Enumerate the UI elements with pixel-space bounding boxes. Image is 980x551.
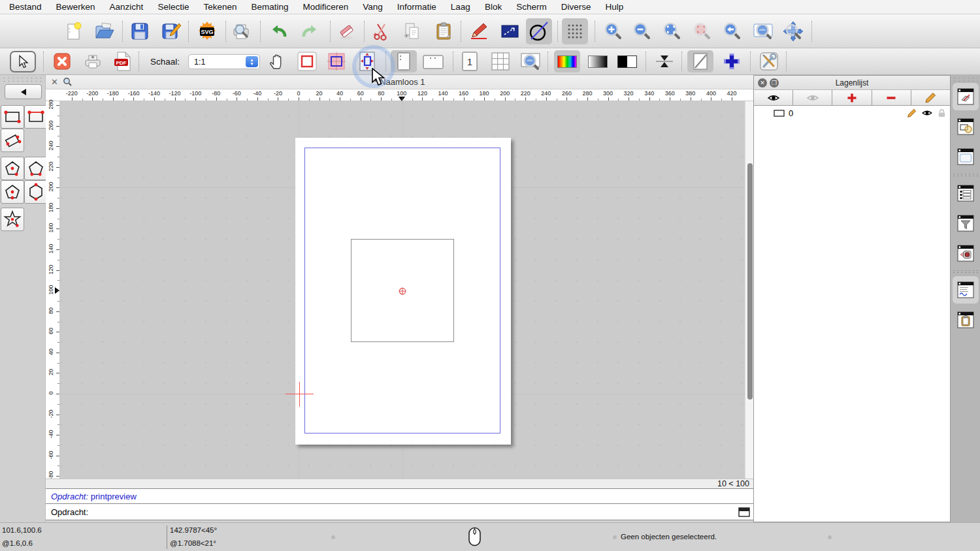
ruler-label: -80	[212, 90, 220, 97]
ellipse-tool-button[interactable]	[526, 18, 552, 44]
vertical-scrollbar[interactable]	[745, 101, 753, 479]
command-window-icon[interactable]	[738, 507, 750, 517]
redo-button[interactable]	[297, 18, 323, 44]
menu-item-modificeren[interactable]: Modificeren	[303, 2, 349, 12]
svg-export-button[interactable]: SVG	[194, 18, 220, 44]
crosshair-button[interactable]	[719, 50, 745, 72]
pdf-export-button[interactable]: PDF	[109, 50, 135, 72]
menu-item-hulp[interactable]: Hulp	[605, 2, 623, 12]
menu-item-aanzicht[interactable]: Aanzicht	[110, 2, 144, 12]
clipboard-palette-button[interactable]	[953, 306, 979, 334]
layer-pencil-icon[interactable]	[907, 108, 917, 118]
preview-icon	[230, 21, 252, 42]
menu-item-blok[interactable]: Blok	[485, 2, 502, 12]
copy-button[interactable]	[399, 18, 425, 44]
new-document-button[interactable]	[61, 18, 87, 44]
toolbar-separator	[43, 52, 44, 71]
cut-button[interactable]	[368, 18, 394, 44]
pan-view-button[interactable]	[780, 18, 806, 44]
menu-item-tekenen[interactable]: Tekenen	[203, 2, 237, 12]
sketch-mode-button[interactable]	[687, 50, 713, 72]
erase-button[interactable]	[333, 18, 359, 44]
menu-item-selectie[interactable]: Selectie	[157, 2, 189, 12]
grid-toggle-button[interactable]	[562, 18, 588, 44]
show-all-layers-button[interactable]	[754, 90, 793, 105]
blank-palette-button[interactable]	[953, 143, 979, 170]
ruler-tick	[340, 97, 340, 101]
remove-layer-button[interactable]	[872, 90, 911, 105]
menu-item-bemating[interactable]: Bemating	[251, 2, 288, 12]
vertical-scrollbar-thumb[interactable]	[747, 163, 753, 400]
add-layer-button[interactable]	[832, 90, 872, 105]
menu-item-informatie[interactable]: Informatie	[397, 2, 436, 12]
save-button[interactable]	[127, 18, 153, 44]
zoom-out-button[interactable]	[629, 18, 655, 44]
layer-lock-icon[interactable]	[938, 108, 946, 118]
filter-palette-button[interactable]	[953, 210, 979, 237]
page-preview-button[interactable]	[517, 50, 544, 72]
zoom-previous-button[interactable]	[719, 18, 745, 44]
color-mode-button[interactable]	[554, 50, 580, 72]
landscape-page-button[interactable]	[420, 50, 446, 72]
hide-layers-button[interactable]	[793, 90, 832, 105]
polygon-edge-tool[interactable]	[24, 157, 48, 180]
drawing-canvas[interactable]	[60, 101, 745, 479]
rotated-rect-tool[interactable]	[1, 129, 24, 152]
save-as-button[interactable]	[158, 18, 184, 44]
stepper-arrows-icon[interactable]: ▲▼	[246, 56, 258, 67]
settings-button[interactable]	[756, 50, 782, 72]
document-tab-title[interactable]: * Naamloos 1	[46, 77, 753, 87]
draw-line-button[interactable]	[466, 18, 492, 44]
command-input-line[interactable]: Opdracht:	[46, 503, 753, 520]
menu-item-bestand[interactable]: Bestand	[9, 2, 42, 12]
collapse-toolbox-button[interactable]	[5, 84, 42, 99]
print-preview-button[interactable]	[228, 18, 254, 44]
print-area-button[interactable]	[323, 50, 350, 72]
menu-item-laag[interactable]: Laag	[451, 2, 470, 12]
zoom-in-button[interactable]	[600, 18, 626, 44]
select-tool-button[interactable]	[10, 51, 36, 72]
projector-palette-button[interactable]	[953, 240, 979, 267]
single-page-button[interactable]: 1	[457, 50, 483, 72]
ruler-tick	[57, 280, 59, 281]
info-palette-button[interactable]	[953, 276, 979, 304]
zoom-previous-icon	[721, 21, 742, 42]
menu-item-diverse[interactable]: Diverse	[561, 2, 591, 12]
edit-layer-button[interactable]	[911, 90, 950, 105]
layers-palette-button[interactable]	[953, 83, 979, 110]
fit-to-page-button[interactable]	[354, 50, 380, 72]
toolbox-grip[interactable]	[0, 78, 45, 82]
scale-select[interactable]: 1:1 ▲▼	[188, 54, 260, 69]
horizontal-scrollbar[interactable]: 10 < 100	[46, 479, 753, 488]
zoom-selection-button[interactable]	[689, 18, 715, 44]
paste-button[interactable]	[431, 18, 457, 44]
list-palette-button[interactable]	[953, 180, 979, 207]
portrait-page-button[interactable]	[391, 50, 417, 72]
pan-hand-button[interactable]	[264, 50, 290, 72]
menu-item-scherm[interactable]: Scherm	[516, 2, 547, 12]
shapes-palette-button[interactable]	[953, 113, 979, 140]
flatten-button[interactable]	[651, 50, 678, 72]
star-tool[interactable]	[1, 208, 24, 231]
print-button[interactable]	[80, 50, 106, 72]
open-button[interactable]	[91, 18, 118, 44]
bw-mode-button[interactable]	[614, 50, 640, 72]
rect-2point-tool[interactable]	[1, 105, 24, 129]
zoom-fit-button[interactable]	[659, 18, 685, 44]
dashed-rect-button[interactable]	[497, 18, 523, 44]
menu-item-vang[interactable]: Vang	[363, 2, 383, 12]
tiled-pages-button[interactable]	[487, 50, 514, 72]
polygon-center-vertex-tool[interactable]	[1, 180, 24, 204]
menu-item-bewerken[interactable]: Bewerken	[56, 2, 95, 12]
grayscale-mode-button[interactable]	[585, 50, 611, 72]
zoom-page-button[interactable]	[750, 18, 776, 44]
layer-eye-icon[interactable]	[921, 109, 933, 117]
polygon-center-tool[interactable]	[1, 157, 24, 180]
palette-grip[interactable]	[951, 78, 980, 82]
rect-edge-tool[interactable]	[24, 105, 48, 129]
hexagon-tool[interactable]	[24, 180, 48, 204]
drawing-border-button[interactable]	[294, 50, 320, 72]
cancel-button[interactable]	[49, 50, 75, 72]
undo-button[interactable]	[266, 18, 292, 44]
layer-row[interactable]: 0	[754, 106, 950, 120]
